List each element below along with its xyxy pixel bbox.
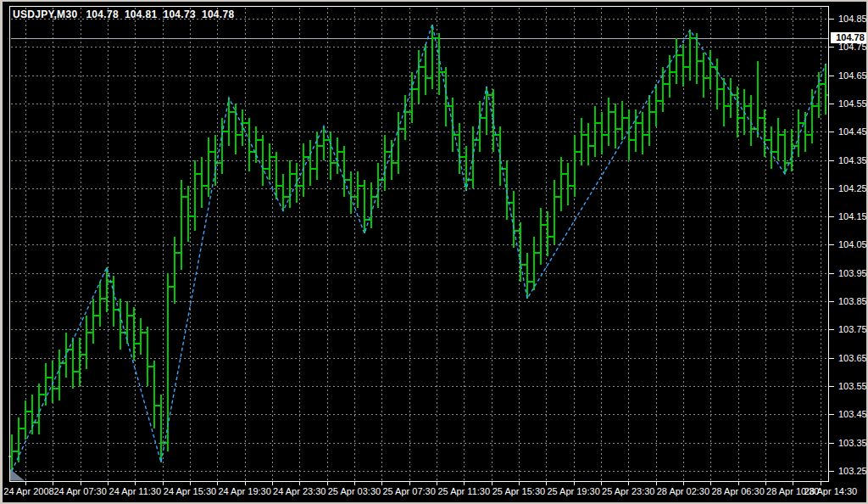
ohlc-bar [205,137,212,197]
ohlc-bar [578,118,585,165]
ohlc-bar [314,132,320,180]
price-axis-label: 104.45 [838,126,867,137]
price-axis-label: 104.15 [838,211,867,221]
ohlc-bar [449,98,456,152]
ohlc-bar [673,38,680,84]
ohlc-bar [700,53,707,98]
ohlc-bar [49,361,56,403]
bars-layer [8,25,829,471]
price-axis-label: 103.65 [838,353,867,363]
ohlc-bar [524,253,531,299]
ohlc-bar [22,400,29,440]
ohlc-bar [56,350,63,400]
ohlc-bar [151,361,158,428]
ohlc-bar [131,307,137,361]
ohlc-bar [761,109,768,157]
ohlc-bar [483,87,490,135]
ohlc-bar [754,61,761,137]
ohlc-close: 104.78 [202,8,235,20]
chart-plot-area[interactable]: USDJPY,M30104.78104.81104.73104.78 104.8… [3,2,868,504]
ohlc-bar [29,395,36,434]
ohlc-bar [605,98,612,146]
ohlc-bar [782,129,788,174]
time-axis-label: 28 Apr 14:30 [793,486,868,496]
ohlc-low: 104.73 [163,8,196,20]
price-axis-label: 104.35 [838,155,867,165]
ohlc-bar [748,95,754,146]
ohlc-bar [144,327,151,386]
price-axis-label: 103.25 [838,466,867,476]
ohlc-bar [225,98,232,146]
ohlc-bar [456,123,463,174]
ohlc-bar [775,118,782,160]
ohlc-bar [110,276,117,327]
ohlc-bar [714,59,721,109]
ohlc-bar [626,109,632,160]
ohlc-bar [646,95,653,146]
ohlc-bar [239,109,246,146]
price-axis-label: 104.55 [838,98,867,109]
mt4-chart-window: USDJPY,M30104.78104.81104.73104.78 104.8… [0,0,868,504]
ohlc-bar [680,44,687,87]
ohlc-bar [97,282,103,327]
ohlc-bar [558,157,565,211]
ohlc-bar [388,140,395,180]
ohlc-bar [137,318,144,355]
ohlc-bar [809,89,815,143]
ohlc-bar [354,171,361,208]
price-axis-label: 103.85 [838,296,867,306]
ohlc-bar [707,50,714,89]
ohlc-bar [124,301,131,344]
ohlc-high: 104.81 [125,8,158,20]
ohlc-bar [687,30,693,81]
current-price-value: 104.78 [836,32,865,42]
ohlc-bar [192,160,198,231]
ohlc-bar [422,44,429,95]
ohlc-bar [788,129,795,171]
ohlc-bar [598,112,605,154]
ohlc-bar [639,112,646,154]
scroll-marker [10,469,25,481]
ohlc-bar [76,338,83,386]
ohlc-bar [795,109,802,157]
ohlc-bar [90,299,97,344]
price-axis-label: 104.65 [838,70,867,81]
ohlc-bar [768,126,775,169]
ohlc-bar [266,143,273,180]
ohlc-bar [198,157,205,208]
price-axis-label: 103.75 [838,324,867,334]
ohlc-bar [402,95,409,140]
price-axis-label: 104.85 [838,14,867,24]
price-axis-label: 103.35 [838,438,867,448]
current-price-tag: 104.78 [831,32,868,43]
price-axis-label: 104.25 [838,183,867,193]
ohlc-bar [727,78,734,118]
ohlc-bar [571,135,578,197]
ohlc-bar [659,67,666,112]
price-axis-label: 103.45 [838,409,867,419]
chart-title: USDJPY,M30104.78104.81104.73104.78 [13,8,240,20]
ohlc-bar [368,182,375,228]
ohlc-open: 104.78 [86,8,119,20]
symbol-timeframe-label: USDJPY,M30 [13,8,77,20]
ohlc-bar [300,143,307,197]
axis-ticks [26,20,834,485]
ohlc-bar [551,180,558,244]
ohlc-bar [334,137,341,174]
ohlc-bar [537,208,544,265]
ohlc-bar [117,299,124,350]
price-chart-canvas [3,2,868,504]
price-axis-label: 104.05 [838,239,867,249]
price-axis-label: 103.55 [838,381,867,391]
ohlc-bar [619,101,626,140]
ohlc-bar [171,237,178,304]
ohlc-bar [612,104,619,148]
ohlc-bar [544,211,551,256]
ohlc-bar [415,50,422,104]
ohlc-bar [83,316,90,369]
ohlc-bar [232,104,239,154]
ohlc-bar [585,123,592,165]
ohlc-bar [307,140,314,186]
ohlc-bar [734,87,741,137]
ohlc-bar [273,152,280,199]
